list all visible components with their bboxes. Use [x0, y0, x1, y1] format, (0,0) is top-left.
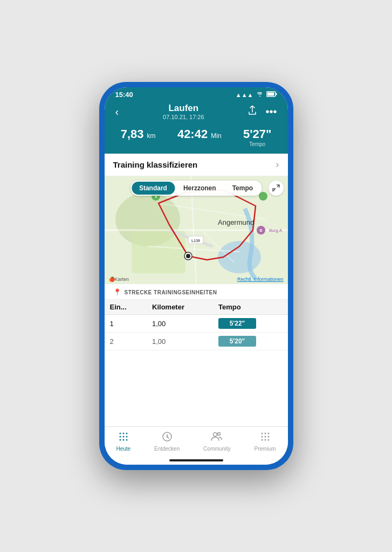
- unit-number: 1: [105, 315, 147, 333]
- wifi-icon: [256, 91, 264, 98]
- entdecken-label: Entdecken: [154, 446, 180, 452]
- home-bar: [169, 459, 223, 461]
- pace-bar: 5'22": [218, 318, 256, 329]
- col-pace: Tempo: [213, 300, 287, 315]
- map-tabs: Standard Herzzonen Tempo: [130, 181, 262, 196]
- classify-arrow: ›: [276, 159, 279, 170]
- svg-point-38: [267, 433, 269, 434]
- svg-point-27: [122, 436, 124, 438]
- top-nav: ‹ Laufen 07.10.21, 17:26 •••: [105, 101, 288, 126]
- pace-stat: 5'27" Tempo: [243, 128, 271, 147]
- classify-text: Training klassifizieren: [113, 160, 198, 169]
- svg-point-39: [261, 436, 263, 438]
- svg-rect-2: [267, 93, 274, 96]
- pace-label: Tempo: [243, 141, 271, 147]
- nav-premium[interactable]: Premium: [249, 430, 281, 453]
- svg-point-24: [122, 433, 124, 434]
- svg-rect-1: [276, 93, 277, 95]
- nav-title-area: Laufen 07.10.21, 17:26: [163, 103, 204, 120]
- svg-point-31: [126, 439, 127, 441]
- share-button[interactable]: [246, 105, 259, 119]
- svg-point-40: [264, 436, 266, 438]
- svg-text:Burg A: Burg A: [269, 228, 283, 233]
- svg-point-15: [186, 254, 190, 258]
- map-expand-button[interactable]: [269, 181, 284, 196]
- col-km: Kilometer: [147, 300, 213, 315]
- col-unit: Ein...: [105, 300, 147, 315]
- distance-stat: 7,83 km: [121, 128, 156, 147]
- tab-herzzonen[interactable]: Herzzonen: [176, 182, 224, 195]
- premium-label: Premium: [255, 446, 276, 452]
- pace-value: 5'27": [243, 128, 271, 141]
- classify-banner[interactable]: Training klassifizieren ›: [105, 154, 288, 176]
- nav-community[interactable]: Community: [198, 430, 236, 453]
- apple-maps-watermark: 🍎Karten: [109, 277, 129, 282]
- svg-text:B: B: [259, 229, 262, 232]
- bottom-nav: Heute Entdecken: [105, 426, 288, 457]
- svg-point-22: [259, 192, 267, 201]
- nav-right-buttons: •••: [246, 105, 279, 119]
- svg-point-43: [264, 439, 266, 441]
- svg-rect-5: [132, 230, 185, 273]
- pace-bar: 5'20": [218, 336, 256, 347]
- svg-point-41: [267, 436, 269, 438]
- duration-value: 42:42 Min: [177, 128, 222, 141]
- heute-icon: [118, 431, 129, 445]
- km-value: 1,00: [147, 315, 213, 333]
- svg-point-37: [264, 433, 266, 434]
- svg-point-33: [166, 436, 168, 438]
- table-header: Ein... Kilometer Tempo: [105, 300, 288, 315]
- status-bar: 15:40 ▲▲▲: [105, 87, 288, 101]
- stats-row: 7,83 km 42:42 Min 5'27" Tempo: [105, 126, 288, 154]
- status-icons: ▲▲▲: [236, 91, 277, 98]
- training-units-section: Ein... Kilometer Tempo 1 1,00 5'22" 2: [105, 300, 288, 426]
- entdecken-icon: [162, 431, 173, 445]
- map-container: L139 Angermund B Burg A ●: [105, 176, 288, 284]
- svg-point-28: [126, 436, 127, 438]
- table-row: 2 1,00 5'20": [105, 333, 288, 350]
- home-indicator: [105, 457, 288, 465]
- km-value: 1,00: [147, 333, 213, 350]
- battery-icon: [266, 91, 277, 98]
- premium-icon: [260, 431, 271, 445]
- table-row: 1 1,00 5'22": [105, 315, 288, 333]
- table-body: 1 1,00 5'22" 2 1,00 5'20": [105, 315, 288, 350]
- nav-entdecken[interactable]: Entdecken: [149, 430, 185, 453]
- duration-stat: 42:42 Min: [177, 128, 222, 147]
- svg-point-35: [218, 433, 221, 436]
- community-icon: [211, 431, 223, 445]
- phone-frame: 15:40 ▲▲▲ ‹: [99, 82, 293, 470]
- svg-point-34: [214, 433, 217, 437]
- unit-number: 2: [105, 333, 147, 350]
- svg-point-44: [267, 439, 269, 441]
- svg-point-25: [126, 433, 127, 434]
- svg-point-23: [119, 433, 121, 434]
- legal-info[interactable]: Rechtl. Informationen: [237, 277, 284, 282]
- pace-value: 5'22": [213, 315, 287, 333]
- activity-title: Laufen: [163, 103, 204, 114]
- community-label: Community: [203, 446, 231, 452]
- tab-tempo[interactable]: Tempo: [225, 182, 260, 195]
- svg-point-30: [122, 439, 124, 441]
- units-table: Ein... Kilometer Tempo 1 1,00 5'22" 2: [105, 300, 288, 350]
- svg-text:Angermund: Angermund: [218, 218, 254, 226]
- tab-standard[interactable]: Standard: [132, 182, 175, 195]
- heute-label: Heute: [116, 446, 130, 452]
- activity-date: 07.10.21, 17:26: [163, 114, 204, 120]
- status-time: 15:40: [115, 91, 133, 99]
- distance-value: 7,83 km: [121, 128, 156, 141]
- pace-value: 5'20": [213, 333, 287, 350]
- svg-point-26: [119, 436, 121, 438]
- svg-point-29: [119, 439, 121, 441]
- signal-icon: ▲▲▲: [236, 92, 253, 98]
- phone-screen: 15:40 ▲▲▲ ‹: [105, 87, 288, 465]
- back-button[interactable]: ‹: [113, 105, 121, 119]
- nav-heute[interactable]: Heute: [111, 430, 136, 453]
- more-button[interactable]: •••: [263, 105, 279, 119]
- svg-text:L139: L139: [191, 239, 200, 243]
- section-header: 📍 STRECKE TRAININGSEINHEITEN: [105, 284, 288, 300]
- svg-point-42: [261, 439, 263, 441]
- location-icon: 📍: [113, 288, 121, 296]
- section-title: STRECKE TRAININGSEINHEITEN: [125, 289, 217, 295]
- svg-point-36: [261, 433, 263, 434]
